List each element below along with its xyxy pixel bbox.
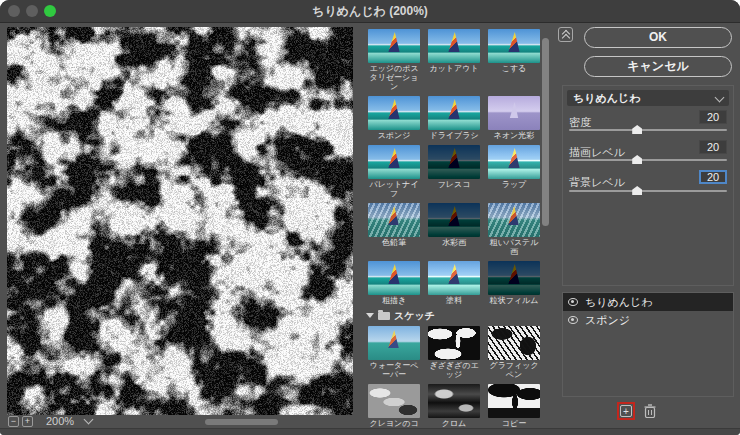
filter-thumb-paint-daubs[interactable]: 粗描き: [366, 260, 422, 306]
folder-icon: [378, 312, 390, 320]
thumb-image: [368, 96, 420, 130]
density-value-input[interactable]: [699, 110, 727, 124]
filter-settings-panel: ちりめんじわ 密度 描画レベル 背景レベル: [562, 85, 734, 286]
thumb-image: [488, 96, 540, 130]
thumb-image: [488, 145, 540, 179]
dialog-bottom-strip: [0, 428, 740, 435]
preview-horizontal-scrollbar[interactable]: [205, 419, 278, 425]
foreground-level-slider-track[interactable]: [569, 159, 727, 161]
filter-thumb-torn-edges[interactable]: ぎざぎざのエッジ: [426, 325, 482, 380]
red-annotation-box: +: [617, 402, 635, 420]
filter-thumb-fresco[interactable]: フレスコ: [426, 144, 482, 199]
filter-thumb-wrap[interactable]: ラップ: [486, 144, 542, 199]
visibility-eye-icon[interactable]: [568, 298, 578, 306]
visibility-eye-icon[interactable]: [568, 316, 578, 324]
filter-thumb-underpainting[interactable]: 塗料: [426, 260, 482, 306]
titlebar: ちりめんじわ (200%): [0, 0, 740, 23]
thumb-image: [368, 29, 420, 63]
zoom-dropdown-chevron-icon[interactable]: [84, 415, 94, 425]
filter-thumb-rough-pastels[interactable]: 粗いパステル画: [486, 202, 542, 257]
delete-effect-layer-icon[interactable]: [644, 404, 656, 418]
filter-select-dropdown[interactable]: ちりめんじわ: [567, 90, 729, 106]
gallery-vertical-scrollbar[interactable]: [542, 38, 549, 226]
filter-thumb-colored-pencil[interactable]: 色鉛筆: [366, 202, 422, 257]
background-level-slider-track[interactable]: [569, 190, 727, 192]
filter-thumb-palette-knife[interactable]: パレットナイフ: [366, 144, 422, 199]
thumb-image: [368, 384, 420, 418]
filter-thumb-watercolor[interactable]: 水彩画: [426, 202, 482, 257]
filter-thumbnail-gallery: エッジのポスタリゼーション カットアウト こする スポンジ ドライブラシ ネオン…: [366, 28, 542, 435]
sketch-group-header[interactable]: スケッチ: [366, 309, 542, 322]
density-slider-row: 密度: [569, 112, 727, 130]
foreground-level-slider-row: 描画レベル: [569, 142, 727, 160]
collapse-gallery-button[interactable]: [558, 27, 573, 42]
thumb-image: [488, 326, 540, 360]
thumb-image: [428, 261, 480, 295]
filter-thumb-water-paper[interactable]: ウォーターペーパー: [366, 325, 422, 380]
thumb-image: [488, 261, 540, 295]
filter-thumb-graphic-pen[interactable]: グラフィックペン: [486, 325, 542, 380]
thumb-image: [428, 326, 480, 360]
chevron-down-icon: [715, 92, 725, 102]
effect-layer-row-sponge[interactable]: スポンジ: [563, 311, 733, 329]
zoom-in-button[interactable]: +: [22, 416, 33, 427]
filter-preview-image[interactable]: [7, 27, 353, 415]
foreground-level-value-input[interactable]: [699, 140, 727, 154]
thumb-image: [428, 29, 480, 63]
ok-button[interactable]: OK: [584, 27, 732, 48]
effect-layer-row-reticulation[interactable]: ちりめんじわ: [563, 293, 733, 311]
filter-gallery-dialog: ちりめんじわ (200%) − + 200% エッジのポスタリゼーション カット…: [0, 0, 740, 435]
filter-thumb-edge-posterization[interactable]: エッジのポスタリゼーション: [366, 28, 422, 92]
window-title: ちりめんじわ (200%): [0, 3, 740, 20]
effect-layer-actions: +: [617, 402, 656, 420]
thumb-image: [428, 203, 480, 237]
filter-thumb-neon-glow[interactable]: ネオン光彩: [486, 95, 542, 141]
filter-thumb-film-grain[interactable]: 粒状フィルム: [486, 260, 542, 306]
filter-thumb-dry-brush[interactable]: ドライブラシ: [426, 95, 482, 141]
expand-triangle-icon: [366, 313, 374, 318]
thumb-image: [488, 29, 540, 63]
cancel-button[interactable]: キャンセル: [584, 56, 732, 77]
thumb-image: [488, 384, 540, 418]
thumb-image: [488, 203, 540, 237]
thumb-image: [368, 145, 420, 179]
thumb-image: [428, 384, 480, 418]
thumb-image: [368, 326, 420, 360]
zoom-out-button[interactable]: −: [8, 416, 19, 427]
zoom-level-value[interactable]: 200%: [46, 415, 74, 427]
filter-thumb-cutout[interactable]: カットアウト: [426, 28, 482, 92]
filter-thumb-smudge[interactable]: こする: [486, 28, 542, 92]
background-level-slider-row: 背景レベル: [569, 172, 727, 190]
thumb-image: [428, 96, 480, 130]
filter-thumb-sponge[interactable]: スポンジ: [366, 95, 422, 141]
thumb-image: [368, 261, 420, 295]
thumb-image: [428, 145, 480, 179]
thumb-image: [368, 203, 420, 237]
background-level-value-input[interactable]: [699, 170, 727, 184]
effect-layers-panel: ちりめんじわ スポンジ: [562, 292, 734, 397]
zoom-controls: − + 200%: [8, 415, 92, 427]
density-slider-track[interactable]: [569, 129, 727, 131]
new-effect-layer-button[interactable]: +: [620, 405, 632, 417]
